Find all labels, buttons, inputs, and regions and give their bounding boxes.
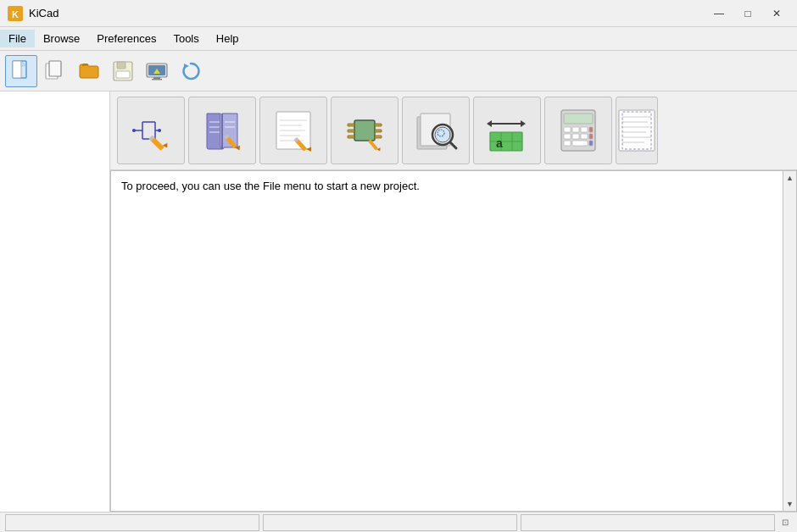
schematic-libs-icon xyxy=(197,105,248,156)
maximize-button[interactable]: □ xyxy=(734,5,761,22)
svg-rect-80 xyxy=(589,127,593,132)
title-bar-controls: — □ ✕ xyxy=(705,5,790,22)
status-bar: ⊡ xyxy=(0,512,797,532)
new-doc-icon xyxy=(9,59,33,83)
content-text-area: To proceed, you can use the File menu to… xyxy=(110,170,797,512)
pcb-layout-icon xyxy=(268,105,319,156)
refresh-icon xyxy=(179,59,203,83)
bitmap-converter-button[interactable]: a xyxy=(473,97,541,164)
app-title: KiCad xyxy=(29,7,59,19)
toolbar-save-button[interactable] xyxy=(107,55,139,87)
toolbar-new-button[interactable] xyxy=(5,55,37,87)
menu-item-browse[interactable]: Browse xyxy=(35,30,88,47)
content-message: To proceed, you can use the File menu to… xyxy=(121,180,420,192)
svg-rect-77 xyxy=(564,127,571,132)
save-icon xyxy=(111,59,135,83)
gerber-viewer-icon xyxy=(410,105,461,156)
svg-rect-9 xyxy=(116,71,130,78)
toolbar-monitor-button[interactable] xyxy=(141,55,173,87)
toolbar-open-button[interactable] xyxy=(73,55,105,87)
svg-rect-87 xyxy=(589,141,593,146)
menu-bar: File Browse Preferences Tools Help xyxy=(0,27,797,51)
open-folder-icon xyxy=(77,59,101,83)
svg-rect-54 xyxy=(375,130,382,132)
calculator-icon xyxy=(553,105,604,156)
pcb-footprints-button[interactable] xyxy=(331,97,398,164)
svg-rect-3 xyxy=(13,61,21,78)
title-bar-left: K KiCad xyxy=(7,5,59,22)
svg-rect-82 xyxy=(572,134,579,139)
svg-rect-76 xyxy=(564,114,593,124)
svg-rect-84 xyxy=(589,134,593,139)
status-segment-3 xyxy=(521,514,775,531)
worksheet-editor-button[interactable] xyxy=(616,97,658,164)
svg-point-23 xyxy=(132,129,136,132)
scroll-track xyxy=(783,185,796,497)
vertical-scrollbar[interactable]: ▲ ▼ xyxy=(783,171,796,511)
svg-rect-52 xyxy=(348,136,354,138)
svg-rect-13 xyxy=(152,79,162,80)
toolbar-copy-button[interactable] xyxy=(39,55,71,87)
svg-rect-49 xyxy=(354,120,375,141)
status-segment-1 xyxy=(5,514,259,531)
right-panel: a xyxy=(110,91,797,512)
svg-rect-12 xyxy=(153,77,160,79)
svg-rect-6 xyxy=(49,61,61,76)
status-segment-2 xyxy=(263,514,517,531)
schematic-libs-button[interactable] xyxy=(188,97,256,164)
svg-text:a: a xyxy=(496,136,503,150)
close-button[interactable]: ✕ xyxy=(763,5,790,22)
main-content: a xyxy=(0,91,797,512)
title-bar: K KiCad — □ ✕ xyxy=(0,0,797,27)
schematic-editor-button[interactable] xyxy=(117,97,185,164)
menu-item-preferences[interactable]: Preferences xyxy=(88,30,164,47)
worksheet-editor-icon xyxy=(616,105,658,156)
svg-marker-15 xyxy=(184,64,189,69)
svg-point-24 xyxy=(158,129,161,132)
toolbar-refresh-button[interactable] xyxy=(175,55,207,87)
svg-rect-89 xyxy=(619,110,655,151)
svg-rect-81 xyxy=(564,134,571,139)
svg-rect-86 xyxy=(572,141,588,146)
menu-item-file[interactable]: File xyxy=(0,30,35,47)
svg-rect-78 xyxy=(572,127,579,132)
svg-rect-51 xyxy=(348,130,354,132)
pcb-footprints-icon xyxy=(339,105,390,156)
monitor-icon xyxy=(145,59,169,83)
svg-point-62 xyxy=(435,127,450,142)
svg-text:K: K xyxy=(12,9,19,19)
scroll-up-arrow[interactable]: ▲ xyxy=(783,171,797,185)
app-icon: K xyxy=(7,5,24,22)
calculator-button[interactable] xyxy=(544,97,612,164)
resize-handle[interactable]: ⊡ xyxy=(778,516,792,529)
schematic-editor-icon xyxy=(125,105,176,156)
svg-rect-55 xyxy=(375,136,382,138)
svg-rect-85 xyxy=(564,141,571,146)
svg-rect-53 xyxy=(375,124,382,126)
project-tree-panel xyxy=(0,91,110,512)
copy-icon xyxy=(43,59,67,83)
gerber-viewer-button[interactable] xyxy=(402,97,470,164)
menu-item-help[interactable]: Help xyxy=(208,30,248,47)
svg-rect-50 xyxy=(348,124,354,126)
tool-icons-bar: a xyxy=(110,91,797,170)
menu-item-tools[interactable]: Tools xyxy=(164,30,207,47)
toolbar xyxy=(0,51,797,91)
scroll-down-arrow[interactable]: ▼ xyxy=(783,497,797,511)
svg-rect-8 xyxy=(117,62,125,69)
svg-rect-79 xyxy=(581,127,588,132)
bitmap-converter-icon: a xyxy=(482,105,532,156)
pcb-layout-button[interactable] xyxy=(259,97,327,164)
minimize-button[interactable]: — xyxy=(705,5,733,22)
svg-rect-83 xyxy=(581,134,588,139)
